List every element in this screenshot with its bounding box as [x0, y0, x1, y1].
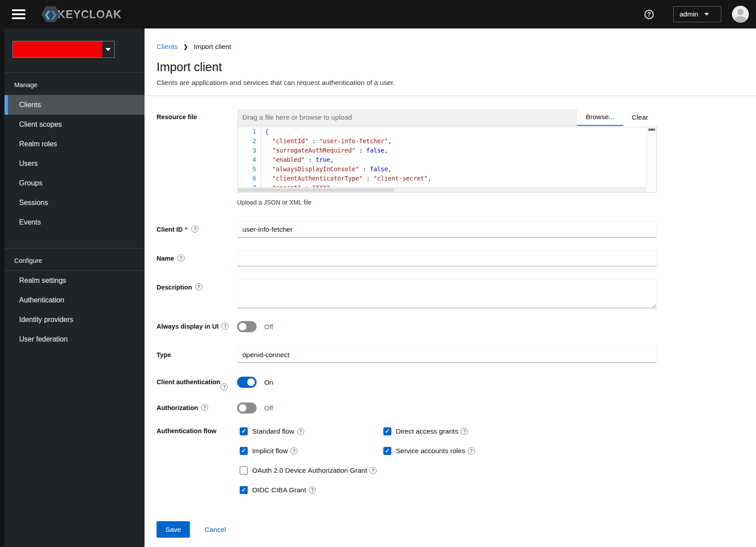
help-icon[interactable]: ? — [177, 254, 185, 261]
help-icon[interactable]: ? — [221, 322, 229, 330]
flow-option-oidc-ciba-grant: ✓OIDC CIBA Grant? — [237, 484, 381, 495]
sidebar-item-authentication[interactable]: Authentication — [4, 290, 145, 310]
code-line: 7 "secret" : "XXX", — [237, 183, 647, 187]
always-display-toggle[interactable] — [237, 321, 257, 332]
checkbox-checked[interactable]: ✓ — [383, 447, 391, 455]
sidebar-item-realm-settings[interactable]: Realm settings — [4, 271, 145, 290]
code-line: 2 "clientId" : "user-info-fetcher", — [237, 137, 647, 146]
description-row: Description ? — [157, 279, 756, 308]
sidebar-edge — [0, 28, 4, 547]
line-number: 5 — [237, 165, 261, 174]
checkbox-label: Direct access grants — [396, 427, 458, 435]
checkbox-checked[interactable]: ✓ — [240, 427, 248, 435]
sidebar-item-groups[interactable]: Groups — [4, 173, 145, 193]
sidebar-item-sessions[interactable]: Sessions — [4, 193, 145, 213]
import-client-form: Resource file Browse... Clear 1{2 "clien… — [145, 96, 756, 538]
checkbox-label: Implicit flow — [252, 447, 288, 455]
user-menu-dropdown[interactable]: admin — [673, 6, 721, 22]
name-row: Name ? — [157, 250, 756, 266]
toggle-state-text: Off — [264, 323, 273, 331]
sidebar-item-realm-roles[interactable]: Realm roles — [4, 134, 145, 154]
realm-selector-dropdown[interactable] — [12, 41, 115, 58]
type-row: Type — [157, 347, 756, 363]
client-id-input[interactable] — [237, 221, 657, 237]
cancel-link[interactable]: Cancel — [205, 526, 226, 534]
help-icon[interactable]: ? — [290, 447, 298, 454]
help-icon[interactable]: ? — [309, 487, 316, 494]
chevron-down-icon — [105, 48, 111, 51]
flow-option-service-accounts-roles: ✓Service accounts roles? — [381, 445, 657, 456]
code-line: 4 "enabled" : true, — [237, 155, 647, 165]
type-input[interactable] — [237, 347, 657, 363]
client-authentication-row: Client authentication ? On — [157, 377, 756, 390]
resource-file-label: Resource file — [157, 109, 237, 206]
name-label: Name ? — [157, 250, 237, 266]
code-line: 5 "alwaysDisplayInConsole" : false, — [237, 165, 647, 174]
help-icon[interactable]: ? — [201, 404, 208, 411]
description-textarea[interactable] — [237, 279, 657, 308]
breadcrumb-clients-link[interactable]: Clients — [157, 43, 177, 51]
help-icon[interactable]: ? — [468, 447, 475, 454]
authorization-label: Authorization ? — [157, 402, 237, 414]
sidebar-nav: ManageClientsClient scopesRealm rolesUse… — [0, 28, 145, 547]
sidebar-item-events[interactable]: Events — [4, 213, 145, 232]
sidebar-item-identity-providers[interactable]: Identity providers — [4, 310, 145, 330]
checkbox-label: Standard flow — [252, 427, 294, 435]
type-label: Type — [157, 347, 237, 363]
checkbox-label: Service accounts roles — [396, 447, 465, 455]
line-number: 1 — [237, 127, 261, 137]
page-title: Import client — [157, 60, 756, 74]
save-button[interactable]: Save — [157, 521, 190, 538]
editor-vertical-scrollbar[interactable] — [647, 127, 656, 187]
name-input[interactable] — [237, 250, 657, 266]
hamburger-menu-icon[interactable] — [12, 9, 25, 19]
nav-section-label: Manage — [4, 73, 145, 95]
help-icon[interactable]: ? — [644, 10, 654, 19]
chevron-down-icon — [704, 13, 709, 16]
nav-section-label: Configure — [4, 249, 145, 270]
file-drop-input[interactable] — [237, 109, 577, 126]
checkbox-label: OAuth 2.0 Device Authorization Grant — [252, 467, 367, 475]
sidebar-item-clients[interactable]: Clients — [4, 95, 145, 115]
main-content: Clients ❯ Import client Import client Cl… — [145, 28, 756, 547]
checkbox-unchecked[interactable] — [240, 467, 248, 475]
sidebar-item-user-federation[interactable]: User federation — [4, 330, 145, 349]
browse-button[interactable]: Browse... — [577, 109, 623, 126]
checkbox-label: OIDC CIBA Grant — [252, 486, 306, 494]
help-icon[interactable]: ? — [461, 428, 468, 435]
breadcrumb: Clients ❯ Import client — [157, 43, 756, 51]
username: admin — [680, 10, 698, 18]
help-icon[interactable]: ? — [195, 283, 202, 290]
checkbox-checked[interactable]: ✓ — [383, 427, 391, 435]
checkbox-checked[interactable]: ✓ — [240, 486, 248, 494]
sidebar-item-client-scopes[interactable]: Client scopes — [4, 115, 145, 134]
editor-horizontal-scrollbar[interactable] — [237, 187, 647, 192]
help-icon[interactable]: ? — [191, 225, 198, 233]
avatar[interactable] — [732, 6, 749, 23]
code-line: 6 "clientAuthenticatorType" : "client-se… — [237, 174, 647, 183]
required-asterisk: * — [185, 225, 188, 233]
help-icon[interactable]: ? — [221, 383, 228, 390]
authentication-flow-label: Authentication flow — [157, 426, 237, 495]
client-id-row: Client ID * ? — [157, 221, 756, 237]
description-label: Description ? — [157, 279, 237, 308]
authorization-row: Authorization ? Off — [157, 402, 756, 414]
actions-row: Save Cancel — [157, 521, 756, 538]
flow-option-direct-access-grants: ✓Direct access grants? — [381, 426, 657, 437]
checkbox-checked[interactable]: ✓ — [240, 447, 248, 455]
authorization-toggle[interactable] — [237, 402, 257, 414]
help-icon[interactable]: ? — [297, 428, 304, 435]
breadcrumb-current: Import client — [193, 43, 231, 51]
help-icon[interactable]: ? — [370, 467, 377, 474]
flow-option-standard-flow: ✓Standard flow? — [237, 426, 381, 437]
sidebar-item-users[interactable]: Users — [4, 154, 145, 173]
clear-button[interactable]: Clear — [623, 109, 657, 126]
toggle-state-text: On — [264, 378, 273, 386]
page-subtitle: Clients are applications and services th… — [157, 79, 756, 87]
keycloak-logo: ❮❯ KEYCLOAK — [41, 6, 121, 22]
breadcrumb-chevron-icon: ❯ — [183, 44, 188, 50]
client-authentication-toggle[interactable] — [237, 377, 257, 388]
json-code-editor[interactable]: 1{2 "clientId" : "user-info-fetcher",3 "… — [237, 127, 657, 193]
upload-helper-text: Upload a JSON or XML file — [237, 199, 657, 206]
client-authentication-label: Client authentication ? — [157, 377, 237, 390]
